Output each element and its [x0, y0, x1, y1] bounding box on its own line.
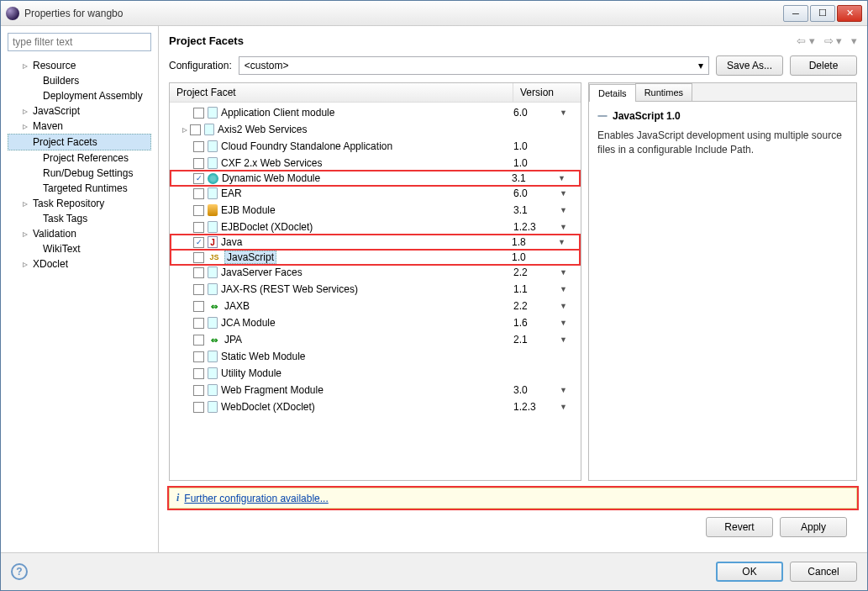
facet-checkbox[interactable]: ✓ [193, 173, 204, 184]
properties-window: Properties for wangbo ─ ☐ ✕ ▹ResourceBui… [0, 0, 868, 591]
facet-row[interactable]: Application Client module6.0▼ [170, 104, 581, 121]
facet-row[interactable]: Utility Module [170, 365, 581, 382]
facet-checkbox[interactable] [190, 124, 201, 135]
revert-button[interactable]: Revert [706, 517, 773, 537]
col-version[interactable]: Version [513, 83, 581, 102]
tree-item[interactable]: ▹Validation [8, 226, 151, 241]
window-title: Properties for wangbo [24, 8, 783, 19]
facet-checkbox[interactable] [193, 284, 204, 295]
delete-button[interactable]: Delete [790, 55, 857, 76]
facet-icon [208, 107, 218, 119]
facet-checkbox[interactable] [193, 351, 204, 362]
facet-icon [208, 204, 218, 216]
config-combo[interactable]: <custom> ▾ [239, 56, 709, 75]
facet-row[interactable]: ⇔JPA2.1▼ [170, 331, 581, 348]
help-icon[interactable]: ? [11, 563, 28, 580]
info-icon: i [176, 492, 179, 504]
facet-table: Project Facet Version Application Client… [169, 82, 581, 481]
facet-icon [208, 367, 218, 379]
facet-icon [208, 384, 218, 396]
facet-icon [208, 173, 218, 184]
bottom-bar: ? OK Cancel [1, 552, 867, 590]
facet-checkbox[interactable] [193, 222, 204, 233]
tree-item[interactable]: Targeted Runtimes [8, 181, 151, 196]
facet-checkbox[interactable] [193, 368, 204, 379]
tree-item[interactable]: ▹JavaScript [8, 103, 151, 119]
facet-checkbox[interactable] [193, 252, 204, 263]
facet-row[interactable]: EJBDoclet (XDoclet)1.2.3▼ [170, 219, 581, 235]
facet-icon [208, 266, 218, 278]
tree-item[interactable]: Deployment Assembly [8, 88, 151, 103]
facet-row[interactable]: JavaServer Faces2.2▼ [170, 264, 581, 281]
col-facet[interactable]: Project Facet [170, 83, 513, 102]
facet-row[interactable]: JSJavaScript1.0 [170, 249, 581, 266]
tree-item[interactable]: Task Tags [8, 211, 151, 226]
facet-checkbox[interactable]: ✓ [193, 237, 204, 248]
main-panel: Project Facets ⇦ ▾ ⇨ ▾ ▾ Configuration: … [159, 26, 867, 552]
facet-checkbox[interactable] [193, 158, 204, 169]
page-title: Project Facets [169, 34, 797, 47]
facet-checkbox[interactable] [193, 385, 204, 396]
tree-item[interactable]: Run/Debug Settings [8, 166, 151, 181]
facet-row[interactable]: WebDoclet (XDoclet)1.2.3▼ [170, 398, 581, 415]
facet-checkbox[interactable] [193, 402, 204, 413]
facet-row[interactable]: Static Web Module [170, 348, 581, 365]
facet-row[interactable]: ✓JJava1.8▼ [170, 234, 581, 251]
filter-input[interactable] [8, 33, 151, 51]
tree-item[interactable]: Project Facets [8, 134, 151, 150]
nav-arrows[interactable]: ⇦ ▾ ⇨ ▾ ▾ [797, 34, 857, 47]
facet-row[interactable]: JCA Module1.6▼ [170, 314, 581, 331]
further-config-link[interactable]: Further configuration available... [184, 493, 328, 504]
cancel-button[interactable]: Cancel [790, 562, 857, 582]
facet-checkbox[interactable] [193, 108, 204, 119]
facet-row[interactable]: CXF 2.x Web Services1.0 [170, 155, 581, 171]
detail-heading: JavaScript 1.0 [597, 110, 848, 122]
facet-icon [208, 351, 218, 362]
facet-row[interactable]: ⇔JAXB2.2▼ [170, 298, 581, 314]
facet-checkbox[interactable] [193, 205, 204, 216]
titlebar[interactable]: Properties for wangbo ─ ☐ ✕ [1, 1, 867, 26]
facet-checkbox[interactable] [193, 141, 204, 152]
tree-item[interactable]: Project References [8, 150, 151, 166]
tree-item[interactable]: Builders [8, 73, 151, 88]
close-button[interactable]: ✕ [837, 5, 862, 22]
save-as-button[interactable]: Save As... [716, 55, 783, 76]
facet-row[interactable]: EAR6.0▼ [170, 185, 581, 202]
facet-icon: JS [208, 251, 221, 263]
config-value: <custom> [245, 60, 289, 71]
facet-checkbox[interactable] [193, 318, 204, 329]
minimize-button[interactable]: ─ [783, 5, 808, 22]
facet-checkbox[interactable] [193, 267, 204, 278]
detail-body: Enables JavaScript development using mul… [597, 129, 848, 157]
tab-details[interactable]: Details [589, 84, 636, 102]
facet-row[interactable]: Cloud Foundry Standalone Application1.0 [170, 138, 581, 155]
facet-checkbox[interactable] [193, 301, 204, 312]
facet-row[interactable]: ▹Axis2 Web Services [170, 121, 581, 138]
facet-icon [208, 283, 218, 295]
facet-icon [208, 140, 218, 152]
info-bar[interactable]: i Further configuration available... [169, 488, 857, 509]
tree-item[interactable]: ▹Resource [8, 58, 151, 73]
facet-row[interactable]: ✓Dynamic Web Module3.1▼ [170, 170, 581, 187]
tab-runtimes[interactable]: Runtimes [635, 83, 692, 101]
facet-row[interactable]: Web Fragment Module3.0▼ [170, 382, 581, 398]
details-pane: Details Runtimes JavaScript 1.0 Enables … [588, 82, 857, 481]
sidebar: ▹ResourceBuildersDeployment Assembly▹Jav… [1, 26, 159, 552]
facet-row[interactable]: JAX-RS (REST Web Services)1.1▼ [170, 281, 581, 298]
facet-checkbox[interactable] [193, 188, 204, 199]
facet-icon [208, 187, 218, 199]
facet-icon: J [208, 236, 218, 248]
facet-icon [208, 221, 218, 233]
apply-button[interactable]: Apply [780, 517, 847, 537]
ok-button[interactable]: OK [716, 562, 783, 582]
tree-item[interactable]: ▹Task Repository [8, 196, 151, 211]
facet-row[interactable]: EJB Module3.1▼ [170, 202, 581, 219]
tree-item[interactable]: WikiText [8, 241, 151, 256]
facet-icon [208, 401, 218, 413]
tree-item[interactable]: ▹Maven [8, 119, 151, 134]
eclipse-icon [6, 7, 19, 20]
facet-checkbox[interactable] [193, 335, 204, 346]
chevron-down-icon: ▾ [698, 60, 703, 71]
maximize-button[interactable]: ☐ [810, 5, 835, 22]
tree-item[interactable]: ▹XDoclet [8, 256, 151, 272]
